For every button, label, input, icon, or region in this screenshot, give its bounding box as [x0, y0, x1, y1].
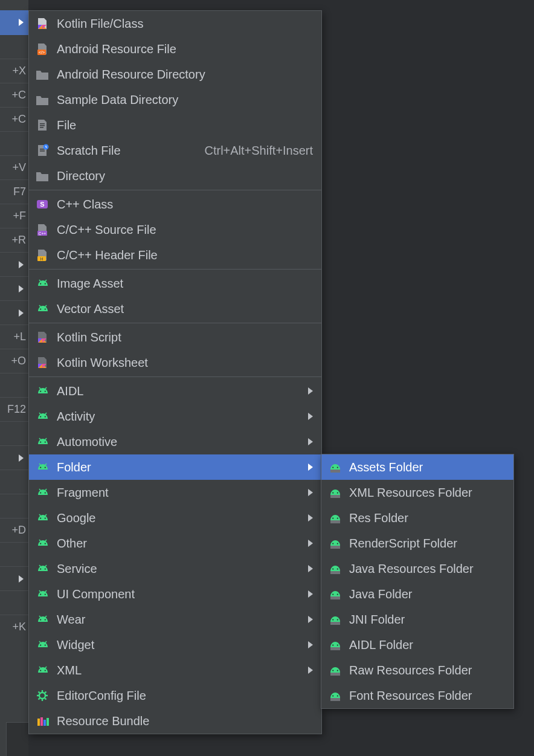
menu-item-img-asset[interactable]: Image Asset [29, 271, 321, 296]
gutter-row[interactable] [0, 373, 28, 397]
menu-item-wear[interactable]: Wear [29, 607, 321, 632]
gutter-row[interactable]: +L [0, 325, 28, 349]
menu-item-fragment[interactable]: Fragment [29, 480, 321, 505]
gutter-row[interactable]: +K [0, 615, 28, 639]
menu-item-kotlin-class[interactable]: Kotlin File/Class [29, 11, 321, 36]
menu-separator [29, 190, 321, 190]
menu-item-res-bundle[interactable]: Resource Bundle [29, 708, 321, 734]
android-icon [35, 435, 50, 449]
submenu-arrow-icon [308, 464, 313, 471]
gutter-row[interactable]: +O [0, 349, 28, 373]
submenu-arrow-icon [308, 413, 313, 420]
submenu-item-jni[interactable]: JNI Folder [321, 607, 513, 632]
android-folder-icon [327, 536, 342, 551]
gutter-row[interactable]: +D [0, 518, 28, 542]
android-folder-icon [327, 612, 342, 627]
gutter-row[interactable]: F7 [0, 179, 28, 204]
gutter-row[interactable]: +C [0, 107, 28, 131]
menu-item-automotive[interactable]: Automotive [29, 429, 321, 454]
menu-item-widget[interactable]: Widget [29, 632, 321, 657]
submenu-item-label: JNI Folder [349, 613, 505, 627]
android-folder-icon [327, 460, 342, 474]
gutter-row[interactable] [0, 300, 28, 325]
menu-item-editorconfig[interactable]: EditorConfig File [29, 683, 321, 708]
submenu-arrow-icon [19, 575, 24, 583]
submenu-item-font[interactable]: Font Resources Folder [321, 683, 513, 708]
menu-item-label: AIDL [57, 384, 297, 398]
gutter-row[interactable]: +C [0, 83, 28, 107]
menu-item-label: Kotlin Worksheet [57, 356, 313, 370]
text-file-icon [35, 118, 50, 132]
menu-item-scratch[interactable]: Scratch FileCtrl+Alt+Shift+Insert [29, 138, 321, 163]
menu-item-ui-comp[interactable]: UI Component [29, 581, 321, 607]
gutter-row[interactable] [0, 542, 28, 566]
gutter-row[interactable] [0, 276, 28, 300]
gutter-row[interactable]: +V [0, 155, 28, 179]
gutter-row[interactable]: F12 [0, 397, 28, 421]
menu-item-aidl[interactable]: AIDL [29, 378, 321, 404]
menu-item-google[interactable]: Google [29, 505, 321, 531]
menu-item-folder[interactable]: Folder [29, 454, 321, 480]
gutter-row[interactable] [0, 10, 28, 34]
menu-item-directory[interactable]: Directory [29, 163, 321, 189]
menu-item-label: File [57, 118, 313, 132]
xml-file-icon [35, 42, 50, 56]
gutter-row[interactable]: +F [0, 204, 28, 228]
menu-item-label: Android Resource File [57, 42, 313, 56]
submenu-item-raw[interactable]: Raw Resources Folder [321, 657, 513, 683]
menu-separator [29, 269, 321, 270]
menu-item-kotlin-ws[interactable]: Kotlin Worksheet [29, 350, 321, 375]
menu-item-kotlin-script[interactable]: Kotlin Script [29, 325, 321, 350]
menu-item-android-res-file[interactable]: Android Resource File [29, 36, 321, 62]
submenu-item-label: Res Folder [349, 511, 505, 525]
menu-item-label: Kotlin File/Class [57, 17, 313, 31]
submenu-item-aidl[interactable]: AIDL Folder [321, 632, 513, 657]
menu-item-label: Vector Asset [57, 302, 313, 316]
menu-item-android-res-dir[interactable]: Android Resource Directory [29, 62, 321, 87]
menu-item-label: Wear [57, 613, 297, 627]
submenu-item-res[interactable]: Res Folder [321, 505, 513, 531]
folder-submenu: Assets FolderXML Resources FolderRes Fol… [321, 454, 514, 709]
submenu-item-renderscript[interactable]: RenderScript Folder [321, 531, 513, 556]
gutter-row[interactable] [0, 34, 28, 59]
android-folder-icon [327, 638, 342, 652]
submenu-arrow-icon [308, 540, 313, 547]
gutter-row[interactable] [0, 445, 28, 470]
gutter-row[interactable] [0, 566, 28, 590]
android-folder-icon [327, 587, 342, 601]
gutter-row[interactable] [0, 494, 28, 518]
menu-item-vec-asset[interactable]: Vector Asset [29, 296, 321, 321]
submenu-item-java[interactable]: Java Folder [321, 581, 513, 607]
gutter-row[interactable] [0, 421, 28, 445]
menu-item-file[interactable]: File [29, 112, 321, 138]
gutter-row[interactable] [0, 131, 28, 155]
submenu-item-label: RenderScript Folder [349, 537, 505, 551]
gutter-row[interactable] [0, 252, 28, 276]
submenu-arrow-icon [308, 565, 313, 572]
android-icon [35, 587, 50, 601]
menu-item-label: Android Resource Directory [57, 68, 313, 82]
menu-item-other[interactable]: Other [29, 531, 321, 556]
gutter-row[interactable] [0, 590, 28, 615]
android-folder-icon [327, 663, 342, 677]
submenu-item-java-res[interactable]: Java Resources Folder [321, 556, 513, 581]
menu-item-activity[interactable]: Activity [29, 404, 321, 429]
android-icon [35, 663, 50, 677]
menu-item-cpp-class[interactable]: C++ Class [29, 192, 321, 217]
submenu-item-xml-res[interactable]: XML Resources Folder [321, 480, 513, 505]
gear-icon [35, 688, 50, 703]
menu-item-cpp-header[interactable]: C/C++ Header File [29, 242, 321, 268]
gutter-row[interactable]: +X [0, 59, 28, 83]
submenu-item-label: Raw Resources Folder [349, 664, 505, 677]
submenu-arrow-icon [19, 261, 24, 268]
menu-item-cpp-source[interactable]: C/C++ Source File [29, 217, 321, 242]
gutter-row[interactable] [0, 470, 28, 494]
menu-item-service[interactable]: Service [29, 556, 321, 581]
android-folder-icon [327, 561, 342, 576]
gutter-row[interactable]: +R [0, 228, 28, 252]
menu-item-sample-data[interactable]: Sample Data Directory [29, 87, 321, 112]
menu-item-xml[interactable]: XML [29, 657, 321, 683]
menu-item-label: Image Asset [57, 277, 313, 291]
submenu-item-assets[interactable]: Assets Folder [321, 454, 513, 480]
android-icon [35, 485, 50, 500]
